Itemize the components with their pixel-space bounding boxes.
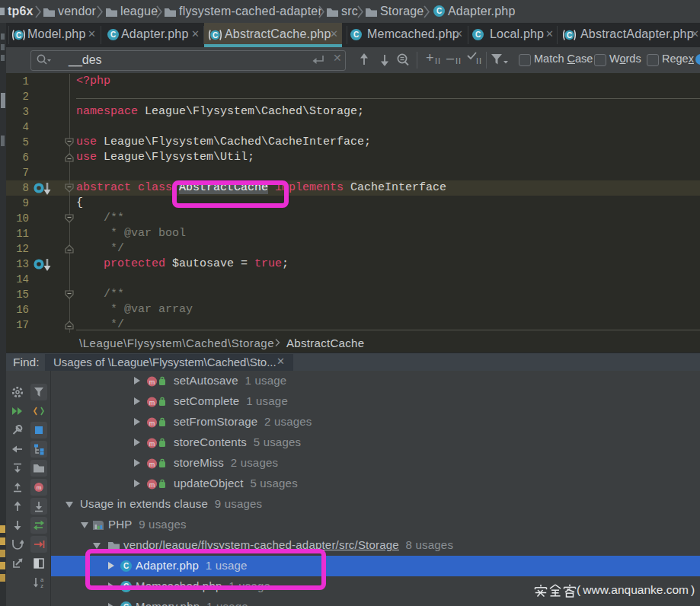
svg-text:m: m (149, 378, 155, 386)
svg-text:m: m (149, 419, 155, 427)
svg-text:C: C (213, 31, 218, 40)
svg-text:m: m (149, 481, 155, 489)
svg-text:m: m (149, 461, 155, 468)
svg-text:m: m (149, 399, 155, 407)
svg-text:m: m (149, 440, 155, 448)
svg-text:C: C (567, 31, 572, 40)
svg-text:C: C (16, 31, 21, 40)
